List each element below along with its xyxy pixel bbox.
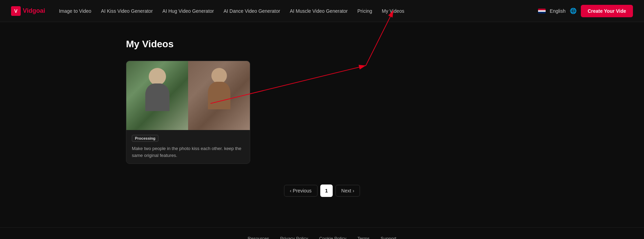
flag-icon — [538, 9, 546, 13]
language-label[interactable]: English — [550, 8, 566, 14]
status-badge: Processing — [132, 135, 158, 142]
video-grid: Processing Make two people in the photo … — [126, 61, 518, 164]
main-content: My Videos Processing Make two people in … — [115, 22, 529, 227]
video-card[interactable]: Processing Make two people in the photo … — [126, 61, 250, 164]
previous-label: Previous — [293, 188, 311, 193]
logo-icon: V — [11, 6, 21, 16]
footer-link-privacy[interactable]: Privacy Policy — [280, 236, 308, 239]
globe-icon[interactable]: 🌐 — [570, 8, 577, 14]
nav-right: English 🌐 Create Your Vide — [538, 5, 633, 17]
nav-link-my-videos[interactable]: My Videos — [382, 8, 404, 14]
video-thumbnail — [126, 61, 250, 130]
prev-chevron-icon: ‹ — [290, 188, 292, 193]
video-card-body: Processing Make two people in the photo … — [126, 130, 250, 163]
create-video-button[interactable]: Create Your Vide — [581, 5, 633, 17]
nav-link-ai-muscle[interactable]: AI Muscle Video Generator — [290, 8, 348, 14]
nav-link-ai-dance[interactable]: AI Dance Video Generator — [224, 8, 280, 14]
logo-link[interactable]: V Vidgoai — [11, 6, 45, 16]
nav-link-ai-kiss[interactable]: AI Kiss Video Generator — [101, 8, 153, 14]
nav-link-image-to-video[interactable]: Image to Video — [59, 8, 91, 14]
nav-link-pricing[interactable]: Pricing — [358, 8, 372, 14]
pagination: ‹ Previous 1 Next › — [126, 185, 518, 211]
next-chevron-icon: › — [353, 188, 354, 193]
video-description: Make two people in the photo kiss each o… — [132, 145, 244, 159]
thumbnail-left — [126, 61, 188, 130]
footer-link-support[interactable]: Support — [381, 236, 397, 239]
previous-button[interactable]: ‹ Previous — [284, 185, 318, 197]
next-label: Next — [341, 188, 351, 193]
nav-links: Image to VideoAI Kiss Video GeneratorAI … — [59, 8, 538, 14]
next-button[interactable]: Next › — [335, 185, 360, 197]
footer-link-resources[interactable]: Resources — [248, 236, 269, 239]
footer-link-terms[interactable]: Terms — [357, 236, 369, 239]
footer-link-cookie[interactable]: Cookie Policy — [319, 236, 347, 239]
footer-links: ResourcesPrivacy PolicyCookie PolicyTerm… — [11, 236, 633, 239]
footer: ResourcesPrivacy PolicyCookie PolicyTerm… — [0, 227, 644, 239]
nav-link-ai-hug[interactable]: AI Hug Video Generator — [163, 8, 214, 14]
page-number-button[interactable]: 1 — [320, 185, 333, 197]
navbar: V Vidgoai Image to VideoAI Kiss Video Ge… — [0, 0, 644, 22]
page-title: My Videos — [126, 39, 518, 50]
logo-text: Vidgoai — [23, 7, 45, 14]
thumbnail-right — [188, 61, 250, 130]
